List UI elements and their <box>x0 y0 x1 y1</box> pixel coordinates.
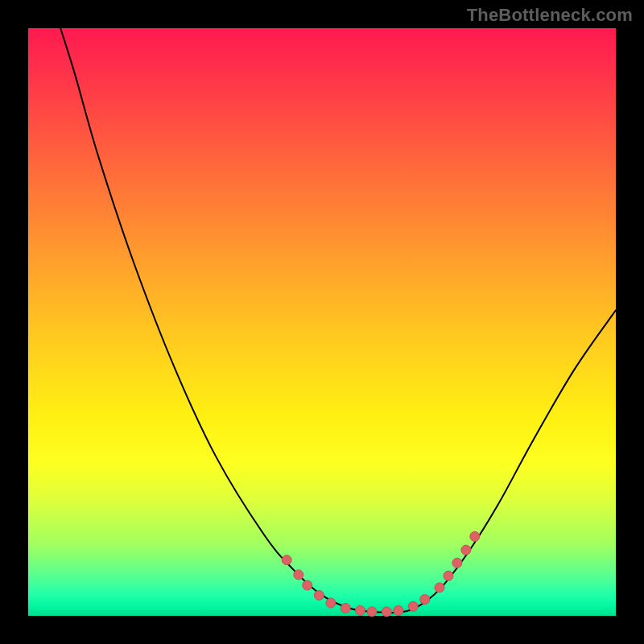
data-marker <box>444 571 453 580</box>
data-marker <box>408 601 418 611</box>
bottleneck-curve <box>60 28 616 613</box>
data-marker <box>294 570 303 580</box>
data-marker <box>314 590 324 600</box>
watermark-text: TheBottleneck.com <box>467 5 633 26</box>
data-marker <box>382 607 391 617</box>
data-marker <box>394 605 403 615</box>
data-marker <box>326 598 336 608</box>
data-markers-group <box>282 531 480 616</box>
chart-root: TheBottleneck.com <box>0 0 644 644</box>
data-marker <box>461 545 471 555</box>
data-marker <box>435 583 444 592</box>
data-marker <box>470 531 480 541</box>
data-marker <box>452 558 462 568</box>
data-marker <box>282 555 291 565</box>
data-marker <box>341 604 350 613</box>
data-marker <box>355 605 365 615</box>
data-marker <box>303 580 312 590</box>
data-marker <box>420 595 430 605</box>
chart-svg <box>28 28 616 616</box>
data-marker <box>367 607 377 617</box>
